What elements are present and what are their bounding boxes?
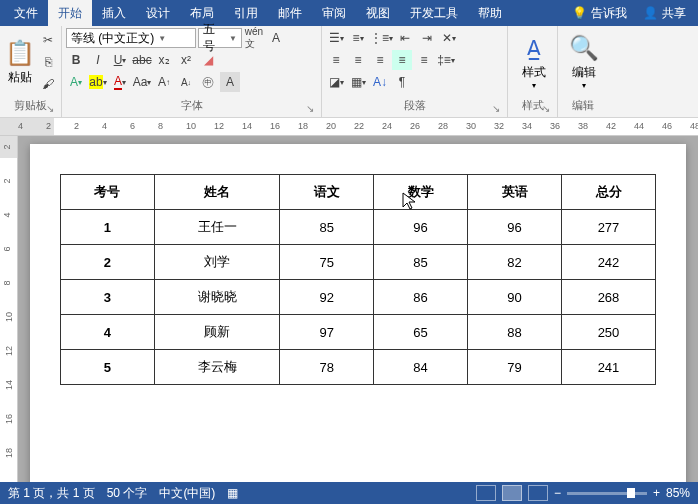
print-layout-button[interactable] (502, 485, 522, 501)
tab-insert[interactable]: 插入 (92, 0, 136, 26)
zoom-level[interactable]: 85% (666, 486, 690, 500)
tab-home[interactable]: 开始 (48, 0, 92, 26)
table-cell[interactable]: 241 (562, 350, 656, 385)
highlight-button[interactable]: ab▾ (88, 72, 108, 92)
font-name-combo[interactable]: 等线 (中文正文)▼ (66, 28, 196, 48)
table-cell[interactable]: 李云梅 (154, 350, 279, 385)
font-dialog-launcher[interactable]: ↘ (306, 103, 318, 115)
font-size-combo[interactable]: 五号▼ (198, 28, 242, 48)
clipboard-dialog-launcher[interactable]: ↘ (46, 103, 58, 115)
page-indicator[interactable]: 第 1 页，共 1 页 (8, 485, 95, 502)
styles-button[interactable]: A̲ 样式▾ (512, 28, 556, 94)
horizontal-ruler[interactable]: 4224681012141618202224262830323436384244… (0, 118, 698, 136)
table-cell[interactable]: 5 (61, 350, 155, 385)
tab-mailings[interactable]: 邮件 (268, 0, 312, 26)
change-case-button[interactable]: Aa▾ (132, 72, 152, 92)
word-count[interactable]: 50 个字 (107, 485, 148, 502)
superscript-button[interactable]: x² (176, 50, 196, 70)
record-macro-button[interactable]: ▦ (227, 486, 238, 500)
table-cell[interactable]: 4 (61, 315, 155, 350)
table-header-cell[interactable]: 姓名 (154, 175, 279, 210)
tab-view[interactable]: 视图 (356, 0, 400, 26)
table-header-cell[interactable]: 语文 (280, 175, 374, 210)
share-button[interactable]: 👤共享 (635, 5, 694, 22)
justify-button[interactable]: ≡ (392, 50, 412, 70)
styles-dialog-launcher[interactable]: ↘ (542, 103, 554, 115)
table-cell[interactable]: 王任一 (154, 210, 279, 245)
table-cell[interactable]: 顾新 (154, 315, 279, 350)
table-cell[interactable]: 86 (374, 280, 468, 315)
table-cell[interactable]: 242 (562, 245, 656, 280)
table-cell[interactable]: 96 (468, 210, 562, 245)
document-area[interactable]: 考号姓名语文数学英语总分 1王任一8596962772刘学7585822423谢… (18, 136, 698, 482)
bold-button[interactable]: B (66, 50, 86, 70)
table-cell[interactable]: 1 (61, 210, 155, 245)
zoom-out-button[interactable]: − (554, 486, 561, 500)
grow-font-button[interactable]: A↑ (154, 72, 174, 92)
char-shading-button[interactable]: A (220, 72, 240, 92)
read-mode-button[interactable] (476, 485, 496, 501)
copy-button[interactable]: ⎘ (38, 52, 58, 72)
show-marks-button[interactable]: ¶ (392, 72, 412, 92)
asian-layout-button[interactable]: ✕▾ (439, 28, 459, 48)
shrink-font-button[interactable]: A↓ (176, 72, 196, 92)
data-table[interactable]: 考号姓名语文数学英语总分 1王任一8596962772刘学7585822423谢… (60, 174, 656, 385)
align-center-button[interactable]: ≡ (348, 50, 368, 70)
tell-me[interactable]: 💡告诉我 (564, 5, 635, 22)
subscript-button[interactable]: x₂ (154, 50, 174, 70)
table-header-cell[interactable]: 英语 (468, 175, 562, 210)
strikethrough-button[interactable]: abc (132, 50, 152, 70)
increase-indent-button[interactable]: ⇥ (417, 28, 437, 48)
paragraph-dialog-launcher[interactable]: ↘ (492, 103, 504, 115)
table-header-cell[interactable]: 总分 (562, 175, 656, 210)
table-cell[interactable]: 78 (280, 350, 374, 385)
tab-design[interactable]: 设计 (136, 0, 180, 26)
clear-format-button[interactable]: ◢ (198, 50, 218, 70)
tab-references[interactable]: 引用 (224, 0, 268, 26)
vertical-ruler[interactable]: 224681012141618 (0, 136, 18, 482)
zoom-in-button[interactable]: + (653, 486, 660, 500)
web-layout-button[interactable] (528, 485, 548, 501)
align-right-button[interactable]: ≡ (370, 50, 390, 70)
table-cell[interactable]: 刘学 (154, 245, 279, 280)
language-indicator[interactable]: 中文(中国) (159, 485, 215, 502)
sort-button[interactable]: A↓ (370, 72, 390, 92)
table-header-cell[interactable]: 数学 (374, 175, 468, 210)
table-cell[interactable]: 85 (280, 210, 374, 245)
multilevel-button[interactable]: ⋮≡▾ (370, 28, 393, 48)
decrease-indent-button[interactable]: ⇤ (395, 28, 415, 48)
phonetic-guide-button[interactable]: wén文 (244, 28, 264, 48)
tab-review[interactable]: 审阅 (312, 0, 356, 26)
underline-button[interactable]: U▾ (110, 50, 130, 70)
tab-file[interactable]: 文件 (4, 0, 48, 26)
text-effects-button[interactable]: A▾ (66, 72, 86, 92)
char-border-button[interactable]: A (266, 28, 286, 48)
table-cell[interactable]: 谢晓晓 (154, 280, 279, 315)
table-header-cell[interactable]: 考号 (61, 175, 155, 210)
table-cell[interactable]: 85 (374, 245, 468, 280)
table-cell[interactable]: 96 (374, 210, 468, 245)
tab-developer[interactable]: 开发工具 (400, 0, 468, 26)
italic-button[interactable]: I (88, 50, 108, 70)
align-left-button[interactable]: ≡ (326, 50, 346, 70)
table-cell[interactable]: 2 (61, 245, 155, 280)
table-cell[interactable]: 250 (562, 315, 656, 350)
line-spacing-button[interactable]: ‡≡▾ (436, 50, 456, 70)
paste-button[interactable]: 📋 粘贴 (4, 28, 36, 94)
zoom-slider[interactable] (567, 492, 647, 495)
cut-button[interactable]: ✂ (38, 30, 58, 50)
font-color-button[interactable]: A▾ (110, 72, 130, 92)
table-cell[interactable]: 277 (562, 210, 656, 245)
table-cell[interactable]: 97 (280, 315, 374, 350)
table-cell[interactable]: 3 (61, 280, 155, 315)
table-cell[interactable]: 84 (374, 350, 468, 385)
distributed-button[interactable]: ≡ (414, 50, 434, 70)
table-cell[interactable]: 268 (562, 280, 656, 315)
table-cell[interactable]: 90 (468, 280, 562, 315)
bullets-button[interactable]: ☰▾ (326, 28, 346, 48)
table-cell[interactable]: 88 (468, 315, 562, 350)
table-cell[interactable]: 79 (468, 350, 562, 385)
editing-button[interactable]: 🔍 编辑▾ (562, 28, 606, 94)
table-cell[interactable]: 82 (468, 245, 562, 280)
table-cell[interactable]: 92 (280, 280, 374, 315)
